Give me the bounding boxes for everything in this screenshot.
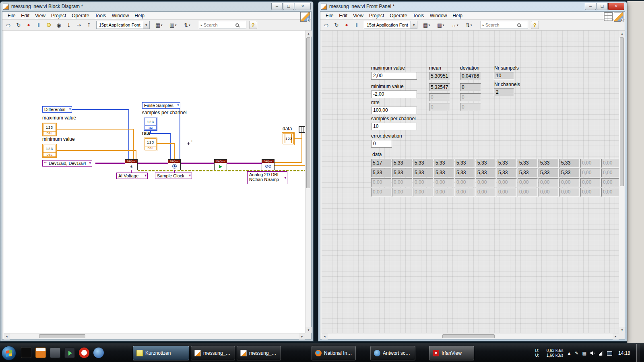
front-panel-canvas[interactable]: maximum value 2,00 mean 5,309515,3254700… — [322, 31, 620, 333]
daqmx-read-node[interactable]: DAQmx — [262, 159, 275, 170]
scroll-right-arrow[interactable]: ▸ — [613, 333, 619, 339]
chevron-down-icon[interactable]: ▾ — [69, 107, 71, 111]
horizontal-scrollbar[interactable]: ◂ ▸ — [322, 333, 619, 339]
close-button[interactable]: × — [295, 3, 311, 10]
search-expand-icon[interactable]: ▸ — [201, 23, 202, 27]
menu-window[interactable]: Window — [427, 13, 450, 19]
pause-button[interactable]: ‖ — [352, 21, 361, 29]
minimize-button[interactable]: – — [271, 3, 283, 10]
terminal-icon[interactable] — [21, 348, 31, 358]
data-cell-2-6[interactable]: 0,00 — [497, 178, 517, 187]
data-cell-3-11[interactable]: 0,00 — [601, 188, 620, 197]
vertical-scrollbar[interactable]: ▴ ▾ — [305, 31, 311, 333]
data-cell-0-4[interactable]: 5,33 — [455, 159, 475, 168]
data-cell-2-7[interactable]: 0,00 — [518, 178, 538, 187]
data-cell-3-6[interactable]: 0,00 — [497, 188, 517, 197]
differential-enum-constant[interactable]: Differential ▾ — [42, 106, 72, 113]
maximize-button[interactable]: □ — [597, 3, 608, 10]
titlebar[interactable]: messung_new.vi Front Panel * – □ × — [318, 2, 627, 11]
nr-samples-field[interactable]: 10 — [494, 72, 514, 80]
data-cell-1-3[interactable]: 5,33 — [434, 169, 454, 177]
minimize-button[interactable]: – — [585, 3, 596, 10]
scroll-thumb[interactable] — [306, 37, 310, 188]
start-button[interactable] — [2, 346, 16, 360]
gray-app-icon[interactable] — [50, 348, 60, 358]
data-cell-3-3[interactable]: 0,00 — [434, 188, 454, 197]
clock[interactable]: 14:18 — [616, 350, 633, 356]
data-cell-0-0[interactable]: 5,17 — [371, 159, 391, 168]
scroll-right-arrow[interactable]: ▸ — [299, 333, 305, 339]
data-cell-1-5[interactable]: 5,33 — [476, 169, 496, 177]
red-circle-app-icon[interactable] — [79, 348, 89, 358]
menu-edit[interactable]: Edit — [336, 13, 350, 19]
menu-view[interactable]: View — [32, 13, 48, 19]
reorder-button[interactable]: ⇅▾ — [462, 21, 475, 29]
scroll-thumb[interactable] — [39, 334, 85, 338]
minimum-value-field[interactable]: -2,00 — [371, 90, 417, 98]
finite-samples-enum-constant[interactable]: Finite Samples ▾ — [142, 102, 180, 109]
search-expand-icon[interactable]: ▸ — [483, 23, 484, 27]
taskbar-button-frontpanel[interactable]: messung_new.vi Fr... — [191, 346, 235, 360]
chevron-down-icon[interactable]: ▾ — [189, 173, 191, 177]
data-cell-3-0[interactable]: 0,00 — [371, 188, 391, 197]
data-cell-3-2[interactable]: 0,00 — [413, 188, 433, 197]
daqmx-timing-node[interactable]: DAQmx — [168, 159, 181, 170]
data-cell-1-0[interactable]: 5,33 — [371, 169, 391, 177]
pause-button[interactable]: ‖ — [34, 21, 43, 29]
step-out-button[interactable]: ⇡ — [85, 21, 93, 29]
align-objects-button[interactable]: ▦▾ — [420, 21, 433, 29]
data-cell-3-1[interactable]: 0,00 — [392, 188, 412, 197]
menu-help[interactable]: Help — [450, 13, 465, 19]
chevron-down-icon[interactable]: ▾ — [284, 176, 286, 180]
menu-project[interactable]: Project — [48, 13, 69, 19]
orange-app-icon[interactable] — [35, 348, 46, 358]
chevron-down-icon[interactable]: ▾ — [177, 103, 179, 107]
data-cell-1-7[interactable]: 5,33 — [518, 169, 538, 177]
scroll-down-arrow[interactable]: ▾ — [619, 327, 625, 333]
chevron-down-icon[interactable]: ▾ — [144, 173, 147, 177]
abort-button[interactable]: ● — [24, 21, 33, 29]
speaker-icon[interactable] — [590, 351, 595, 356]
data-cell-3-10[interactable]: 0,00 — [580, 188, 601, 197]
scroll-thumb[interactable] — [620, 37, 624, 186]
menu-window[interactable]: Window — [109, 13, 132, 19]
data-cell-0-8[interactable]: 5,33 — [539, 159, 559, 168]
connector-pane-icon[interactable] — [604, 12, 613, 21]
data-cell-0-7[interactable]: 5,33 — [518, 159, 538, 168]
rate-terminal[interactable]: 123 DBL — [144, 138, 157, 151]
run-button[interactable]: ⇨ — [322, 21, 331, 29]
mean-cell-1[interactable]: 5,32547 — [429, 83, 450, 91]
data-cell-2-5[interactable]: 0,00 — [476, 178, 496, 187]
scroll-left-arrow[interactable]: ◂ — [322, 333, 328, 339]
font-selector[interactable]: 15pt Application Font ▾ — [96, 21, 150, 29]
data-cell-2-10[interactable]: 0,00 — [580, 178, 601, 187]
deviation-cell-1[interactable]: 0 — [460, 83, 481, 91]
data-array-terminal[interactable]: 123 — [282, 132, 295, 145]
help-button[interactable]: ? — [249, 21, 257, 29]
data-cell-3-4[interactable]: 0,00 — [455, 188, 475, 197]
read-mode-selector[interactable]: Analog 2D DBL NChan NSamp ▾ — [247, 171, 287, 184]
run-button[interactable]: ⇨ — [4, 21, 13, 29]
menu-operate[interactable]: Operate — [387, 13, 410, 19]
ai-voltage-selector[interactable]: AI Voltage ▾ — [116, 173, 148, 179]
chevron-down-icon[interactable]: ▾ — [143, 21, 149, 29]
data-cell-1-9[interactable]: 5,33 — [559, 169, 580, 177]
scroll-up-arrow[interactable]: ▴ — [305, 31, 312, 37]
deviation-cell-0[interactable]: 0,04786 — [460, 72, 481, 80]
titlebar[interactable]: messung_new.vi Block Diagram * – □ × — [0, 2, 313, 11]
chevron-down-icon[interactable]: ▾ — [411, 21, 417, 29]
data-cell-2-8[interactable]: 0,00 — [539, 178, 559, 187]
vi-corner-icon[interactable]: 1 — [300, 12, 310, 22]
menu-edit[interactable]: Edit — [18, 13, 32, 19]
menu-tools[interactable]: Tools — [92, 13, 109, 19]
search-box[interactable]: ▸ — [481, 21, 528, 29]
pen-icon[interactable]: ✎ — [575, 351, 578, 356]
data-cell-0-1[interactable]: 5,33 — [392, 159, 412, 168]
data-cell-1-10[interactable]: 0,00 — [580, 169, 601, 177]
network-status-icon[interactable] — [607, 351, 612, 356]
nr-channels-field[interactable]: 2 — [494, 88, 514, 96]
data-cell-1-4[interactable]: 5,33 — [455, 169, 475, 177]
resize-objects-button[interactable]: ↔▾ — [448, 21, 461, 29]
data-cell-0-9[interactable]: 5,33 — [559, 159, 580, 168]
tablet-icon[interactable]: ▤ — [582, 351, 586, 356]
